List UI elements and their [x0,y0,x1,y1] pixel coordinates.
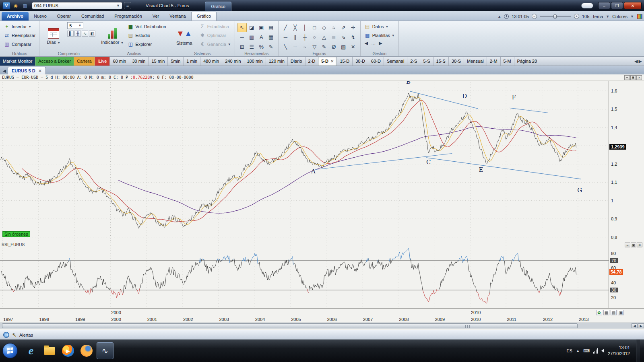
ribbon-tab-ventana[interactable]: Ventana [164,12,191,21]
ribbon-tab-gráfico[interactable]: Gráfico [191,12,217,21]
scroll-left-icon[interactable]: ◀ [632,323,638,328]
trendline-figure[interactable]: ╱ [281,23,290,32]
coins-icon[interactable]: ◉ [12,2,20,9]
ribbon-tab-nuevo[interactable]: Nuevo [29,12,52,21]
taskbar-explorer-icon[interactable] [41,342,58,359]
insert-chart-button[interactable]: +Insertar▼ [2,22,37,31]
timeframe-tab[interactable]: Página 28 [514,57,541,66]
plus-figure[interactable]: ✛ [349,23,358,32]
pane-restore-icon[interactable]: ▣ [631,243,636,247]
erase-figure[interactable]: ✕ [349,42,358,51]
null-figure[interactable]: Ø [329,42,339,51]
close-tab-icon[interactable]: ✕ [330,59,334,64]
line-style-icon[interactable]: ∿ [82,31,88,37]
new-window-tool[interactable]: ▣ [257,23,266,32]
explorer-button[interactable]: ◫Explorer [126,40,167,49]
colores-menu[interactable]: Colores [612,14,627,19]
scroll-right-icon[interactable]: ▶ [638,323,644,328]
keyboard-icon[interactable]: ⌨ [583,348,590,354]
quick-cartera[interactable]: Cartera [74,57,95,66]
timeframe-tab[interactable]: 240 min [222,57,244,66]
compression-value-combo[interactable]: 5 ▼ [67,22,83,29]
timeframe-tab[interactable]: 480 min [200,57,222,66]
timeframe-tab[interactable]: 15-S [433,57,449,66]
sistema-button[interactable]: ▼▲ Sistema [173,22,196,51]
ribbon-tab-archivo[interactable]: Archivo [2,12,29,21]
bars-tool[interactable]: ▥ [247,33,256,42]
timeframe-tab[interactable]: 60-D [368,57,384,66]
plantillas-button[interactable]: ▦Plantillas▼ [363,31,396,40]
network-signal-icon[interactable] [593,348,598,354]
ellipse-figure[interactable]: ○ [310,33,319,42]
pane-minimize-icon[interactable]: ‒ [624,75,630,80]
taskbar-ie-icon[interactable]: e [23,342,39,359]
data-prev-icon[interactable]: ◀ [365,41,368,46]
timeframe-tab[interactable]: Semanal [384,57,407,66]
close-tab-icon[interactable]: ✕ [38,68,42,74]
print-icon[interactable]: ▤ [611,310,617,315]
hline-tool[interactable]: ─ [237,33,247,42]
timeframe-tab[interactable]: 5-S [420,57,433,66]
timeframe-tab[interactable]: 2-D [305,57,319,66]
draw-tool[interactable]: ✎ [266,42,276,51]
flash-figure[interactable]: ↯ [349,33,358,42]
grid-tool[interactable]: ▦ [266,33,276,42]
cross-figure[interactable]: ╳ [291,23,300,32]
taskbar-mediaplayer-icon[interactable]: ▶ [60,342,76,359]
compare-chart-button[interactable]: ▥Comparar [2,40,37,49]
time-axis[interactable]: ✿▦▤▣ 20002010199719981999200020012002200… [0,308,644,323]
timeframe-tab[interactable]: 15-D [337,57,353,66]
language-indicator[interactable]: ES [566,348,572,353]
contextual-tab-grafico[interactable]: Gráfico [205,2,231,11]
scrollbar-grip[interactable] [465,325,471,328]
scrollbar-thumb[interactable] [2,323,578,328]
parallel-figure[interactable]: ∥ [291,33,300,42]
timeframe-tab[interactable]: 120 min [266,57,288,66]
dias-big-button[interactable]: Días ▼ [42,22,65,51]
datos-button[interactable]: ▤Datos▼ [363,22,396,31]
rsi-axis[interactable]: 80706040302054,78 [609,242,644,308]
maximize-button[interactable]: ❐ [611,2,623,9]
text-tool[interactable]: A [257,33,266,42]
auto-scroll-icon[interactable]: ✿ [596,310,602,315]
triangle-figure[interactable]: △ [320,33,329,42]
hline-figure[interactable]: ─ [281,33,290,42]
rectangle-figure[interactable]: □ [310,23,319,32]
estudio-button[interactable]: ▤Estudio [126,31,167,40]
zoom-in-button[interactable]: + [574,14,579,19]
pane-close-icon[interactable]: ✕ [637,243,642,247]
system-clock[interactable]: 13:01 27/10/2012 [608,345,630,357]
crosshair-figure[interactable]: ┼ [300,33,310,42]
zoom-slider-knob[interactable] [553,14,557,19]
taskbar-firefox-icon[interactable] [78,342,95,359]
timeframe-tab[interactable]: 2-M [487,57,501,66]
snapshot-tool[interactable]: ▤ [266,23,276,32]
alerts-window-bar[interactable]: ↖ Alertas [0,330,644,339]
ribbon-tab-programación[interactable]: Programación [109,12,147,21]
zoom-out-button[interactable]: − [532,14,537,19]
timeframe-scroll-left[interactable]: ◀ [634,59,638,64]
timeframe-tab[interactable]: 15 min [149,57,168,66]
tema-menu[interactable]: Tema [592,14,603,19]
backslash-figure[interactable]: ╲ [281,42,290,51]
document-tab-eurus[interactable]: EURUS 5 D ✕ [8,67,46,74]
timeframe-tab[interactable]: Diario [288,57,305,66]
price-chart[interactable]: ABCDEFG [0,81,609,242]
rsi-chart[interactable] [0,242,609,308]
arrow-se-figure[interactable]: ⇘ [339,33,348,42]
zoom-slider[interactable] [540,16,571,17]
start-button[interactable] [2,343,18,358]
arrow-ne-figure[interactable]: ⇗ [339,23,348,32]
candle-style-icon[interactable]: ▌ [67,31,74,37]
timeframe-tab[interactable]: 60 min [110,57,129,66]
hidden-icons-chevron[interactable]: ▲ [576,349,580,353]
pane-close-icon[interactable]: ✕ [636,75,642,80]
data-next-icon[interactable]: ▶ [379,41,382,46]
wave-figure[interactable]: ≈ [329,23,339,32]
percent-tool[interactable]: % [257,42,266,51]
mini-chart-icon[interactable]: ▥ [21,2,29,9]
lock-icon[interactable]: ▣ [618,310,624,315]
diamond-figure[interactable]: ◇ [320,23,329,32]
ribbon-tab-ver[interactable]: Ver [147,12,165,21]
indicador-button[interactable]: Indicador ▼ [101,22,124,51]
